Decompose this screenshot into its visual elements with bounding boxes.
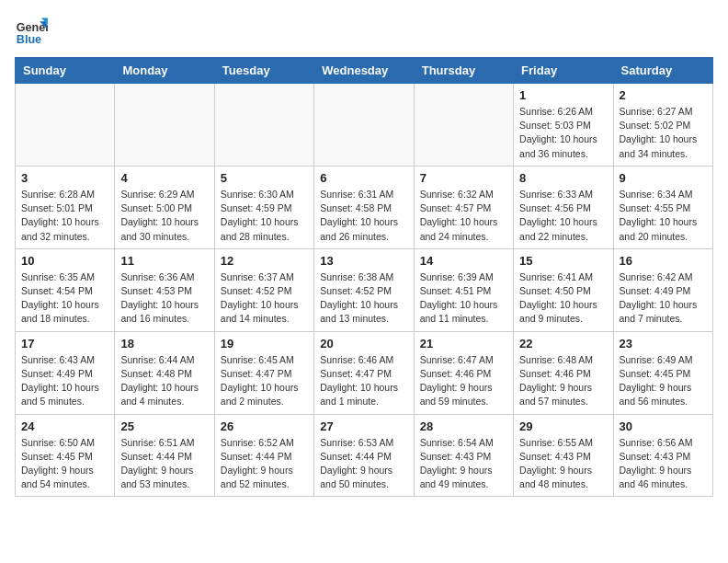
day-info: Sunrise: 6:41 AM Sunset: 4:50 PM Dayligh… bbox=[519, 270, 607, 327]
day-number: 18 bbox=[120, 337, 208, 350]
day-number: 7 bbox=[420, 171, 507, 185]
weekday-header-monday: Monday bbox=[115, 58, 214, 84]
calendar-cell: 29Sunrise: 6:55 AM Sunset: 4:43 PM Dayli… bbox=[514, 414, 613, 497]
day-info: Sunrise: 6:28 AM Sunset: 5:01 PM Dayligh… bbox=[21, 188, 108, 244]
calendar-week-row: 17Sunrise: 6:43 AM Sunset: 4:49 PM Dayli… bbox=[16, 331, 713, 414]
calendar-cell: 23Sunrise: 6:49 AM Sunset: 4:45 PM Dayli… bbox=[613, 331, 712, 414]
day-number: 19 bbox=[221, 337, 308, 350]
calendar-cell: 17Sunrise: 6:43 AM Sunset: 4:49 PM Dayli… bbox=[16, 331, 115, 414]
day-number: 26 bbox=[221, 419, 308, 433]
day-number: 1 bbox=[519, 88, 607, 102]
calendar-cell: 11Sunrise: 6:36 AM Sunset: 4:53 PM Dayli… bbox=[115, 248, 214, 331]
calendar-cell bbox=[16, 84, 115, 167]
calendar-cell: 10Sunrise: 6:35 AM Sunset: 4:54 PM Dayli… bbox=[16, 248, 115, 331]
day-number: 4 bbox=[120, 171, 208, 185]
day-number: 13 bbox=[320, 254, 407, 268]
calendar-cell: 19Sunrise: 6:45 AM Sunset: 4:47 PM Dayli… bbox=[214, 331, 313, 414]
day-number: 16 bbox=[620, 254, 707, 268]
weekday-header-saturday: Saturday bbox=[613, 58, 712, 84]
day-info: Sunrise: 6:30 AM Sunset: 4:59 PM Dayligh… bbox=[221, 188, 308, 244]
calendar-cell: 14Sunrise: 6:39 AM Sunset: 4:51 PM Dayli… bbox=[414, 248, 513, 331]
day-info: Sunrise: 6:35 AM Sunset: 4:54 PM Dayligh… bbox=[21, 270, 108, 327]
day-info: Sunrise: 6:51 AM Sunset: 4:44 PM Dayligh… bbox=[120, 436, 208, 492]
logo-icon: General Blue bbox=[15, 15, 48, 48]
day-info: Sunrise: 6:29 AM Sunset: 5:00 PM Dayligh… bbox=[120, 188, 208, 244]
day-info: Sunrise: 6:32 AM Sunset: 4:57 PM Dayligh… bbox=[420, 188, 507, 244]
calendar-week-row: 24Sunrise: 6:50 AM Sunset: 4:45 PM Dayli… bbox=[16, 414, 713, 497]
day-number: 30 bbox=[620, 419, 707, 433]
day-info: Sunrise: 6:55 AM Sunset: 4:43 PM Dayligh… bbox=[519, 436, 607, 492]
day-info: Sunrise: 6:54 AM Sunset: 4:43 PM Dayligh… bbox=[420, 436, 507, 492]
calendar-cell: 28Sunrise: 6:54 AM Sunset: 4:43 PM Dayli… bbox=[414, 414, 513, 497]
day-number: 24 bbox=[21, 419, 108, 433]
calendar-cell: 16Sunrise: 6:42 AM Sunset: 4:49 PM Dayli… bbox=[613, 248, 712, 331]
weekday-header-thursday: Thursday bbox=[414, 58, 513, 84]
calendar-cell: 20Sunrise: 6:46 AM Sunset: 4:47 PM Dayli… bbox=[314, 331, 414, 414]
day-number: 25 bbox=[120, 419, 208, 433]
calendar-cell: 27Sunrise: 6:53 AM Sunset: 4:44 PM Dayli… bbox=[314, 414, 414, 497]
calendar-cell: 26Sunrise: 6:52 AM Sunset: 4:44 PM Dayli… bbox=[214, 414, 313, 497]
day-number: 23 bbox=[620, 337, 707, 350]
calendar-cell: 12Sunrise: 6:37 AM Sunset: 4:52 PM Dayli… bbox=[214, 248, 313, 331]
day-info: Sunrise: 6:48 AM Sunset: 4:46 PM Dayligh… bbox=[519, 353, 607, 409]
calendar-week-row: 10Sunrise: 6:35 AM Sunset: 4:54 PM Dayli… bbox=[16, 248, 713, 331]
day-info: Sunrise: 6:37 AM Sunset: 4:52 PM Dayligh… bbox=[221, 270, 308, 327]
calendar-week-row: 3Sunrise: 6:28 AM Sunset: 5:01 PM Daylig… bbox=[16, 166, 713, 248]
day-number: 22 bbox=[519, 337, 607, 350]
calendar-cell bbox=[314, 84, 414, 167]
calendar-cell: 24Sunrise: 6:50 AM Sunset: 4:45 PM Dayli… bbox=[16, 414, 115, 497]
day-number: 5 bbox=[221, 171, 308, 185]
weekday-header-tuesday: Tuesday bbox=[214, 58, 313, 84]
day-info: Sunrise: 6:52 AM Sunset: 4:44 PM Dayligh… bbox=[221, 436, 308, 492]
day-info: Sunrise: 6:39 AM Sunset: 4:51 PM Dayligh… bbox=[420, 270, 507, 327]
day-number: 28 bbox=[420, 419, 507, 433]
calendar-cell: 18Sunrise: 6:44 AM Sunset: 4:48 PM Dayli… bbox=[115, 331, 214, 414]
calendar-cell: 9Sunrise: 6:34 AM Sunset: 4:55 PM Daylig… bbox=[613, 166, 712, 248]
day-info: Sunrise: 6:44 AM Sunset: 4:48 PM Dayligh… bbox=[120, 353, 208, 409]
day-info: Sunrise: 6:26 AM Sunset: 5:03 PM Dayligh… bbox=[519, 105, 607, 161]
day-info: Sunrise: 6:47 AM Sunset: 4:46 PM Dayligh… bbox=[420, 353, 507, 409]
calendar-cell: 21Sunrise: 6:47 AM Sunset: 4:46 PM Dayli… bbox=[414, 331, 513, 414]
day-number: 3 bbox=[21, 171, 108, 185]
page-header: General Blue bbox=[15, 15, 713, 48]
calendar-cell: 5Sunrise: 6:30 AM Sunset: 4:59 PM Daylig… bbox=[214, 166, 313, 248]
calendar-cell: 7Sunrise: 6:32 AM Sunset: 4:57 PM Daylig… bbox=[414, 166, 513, 248]
svg-text:Blue: Blue bbox=[17, 33, 41, 46]
weekday-header-friday: Friday bbox=[514, 58, 613, 84]
day-number: 8 bbox=[519, 171, 607, 185]
day-info: Sunrise: 6:53 AM Sunset: 4:44 PM Dayligh… bbox=[320, 436, 407, 492]
calendar-cell: 15Sunrise: 6:41 AM Sunset: 4:50 PM Dayli… bbox=[514, 248, 613, 331]
calendar-cell: 30Sunrise: 6:56 AM Sunset: 4:43 PM Dayli… bbox=[613, 414, 712, 497]
day-info: Sunrise: 6:50 AM Sunset: 4:45 PM Dayligh… bbox=[21, 436, 108, 492]
day-number: 15 bbox=[519, 254, 607, 268]
calendar-cell: 3Sunrise: 6:28 AM Sunset: 5:01 PM Daylig… bbox=[16, 166, 115, 248]
calendar-cell: 8Sunrise: 6:33 AM Sunset: 4:56 PM Daylig… bbox=[514, 166, 613, 248]
calendar-cell: 22Sunrise: 6:48 AM Sunset: 4:46 PM Dayli… bbox=[514, 331, 613, 414]
day-number: 29 bbox=[519, 419, 607, 433]
day-info: Sunrise: 6:43 AM Sunset: 4:49 PM Dayligh… bbox=[21, 353, 108, 409]
weekday-header-sunday: Sunday bbox=[16, 58, 115, 84]
day-info: Sunrise: 6:49 AM Sunset: 4:45 PM Dayligh… bbox=[620, 353, 707, 409]
day-number: 10 bbox=[21, 254, 108, 268]
calendar-week-row: 1Sunrise: 6:26 AM Sunset: 5:03 PM Daylig… bbox=[16, 84, 713, 167]
day-number: 6 bbox=[320, 171, 407, 185]
calendar-cell bbox=[115, 84, 214, 167]
day-info: Sunrise: 6:36 AM Sunset: 4:53 PM Dayligh… bbox=[120, 270, 208, 327]
day-number: 17 bbox=[21, 337, 108, 350]
day-info: Sunrise: 6:45 AM Sunset: 4:47 PM Dayligh… bbox=[221, 353, 308, 409]
calendar-cell: 2Sunrise: 6:27 AM Sunset: 5:02 PM Daylig… bbox=[613, 84, 712, 167]
day-number: 12 bbox=[221, 254, 308, 268]
day-info: Sunrise: 6:33 AM Sunset: 4:56 PM Dayligh… bbox=[519, 188, 607, 244]
calendar-header-row: SundayMondayTuesdayWednesdayThursdayFrid… bbox=[16, 58, 713, 84]
calendar-cell: 25Sunrise: 6:51 AM Sunset: 4:44 PM Dayli… bbox=[115, 414, 214, 497]
calendar-table: SundayMondayTuesdayWednesdayThursdayFrid… bbox=[15, 57, 713, 497]
day-info: Sunrise: 6:31 AM Sunset: 4:58 PM Dayligh… bbox=[320, 188, 407, 244]
weekday-header-wednesday: Wednesday bbox=[314, 58, 414, 84]
calendar-cell: 6Sunrise: 6:31 AM Sunset: 4:58 PM Daylig… bbox=[314, 166, 414, 248]
day-info: Sunrise: 6:46 AM Sunset: 4:47 PM Dayligh… bbox=[320, 353, 407, 409]
logo: General Blue bbox=[15, 15, 51, 48]
day-info: Sunrise: 6:34 AM Sunset: 4:55 PM Dayligh… bbox=[620, 188, 707, 244]
calendar-cell: 4Sunrise: 6:29 AM Sunset: 5:00 PM Daylig… bbox=[115, 166, 214, 248]
day-number: 27 bbox=[320, 419, 407, 433]
day-info: Sunrise: 6:38 AM Sunset: 4:52 PM Dayligh… bbox=[320, 270, 407, 327]
